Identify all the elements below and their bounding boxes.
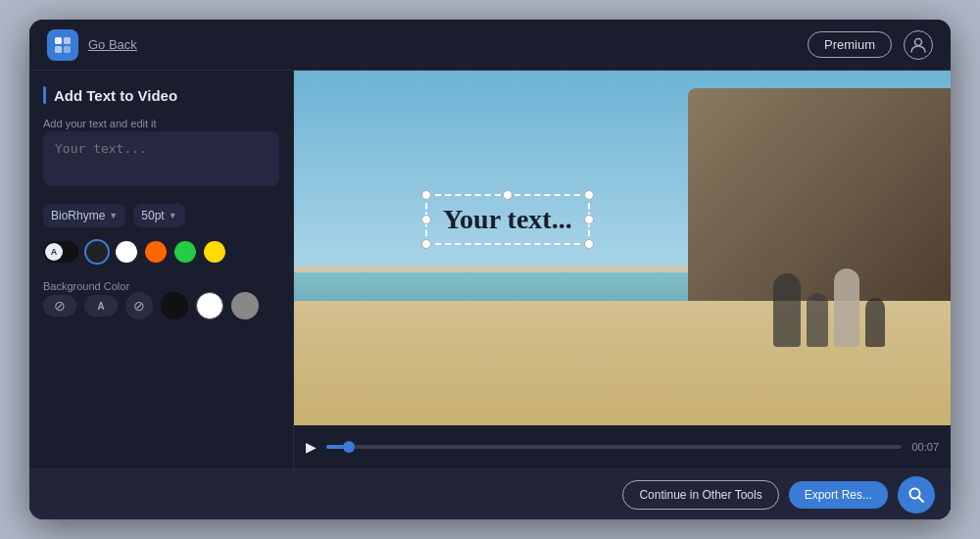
font-controls: BioRhyme ▼ 50pt ▼: [43, 204, 279, 227]
font-select[interactable]: BioRhyme ▼: [43, 204, 125, 227]
main-content: Add Text to Video Add your text and edit…: [29, 71, 951, 468]
sidebar-title: Add Text to Video: [43, 86, 279, 104]
text-input[interactable]: [43, 131, 279, 186]
video-area: Your text... ▶ 00:07: [294, 71, 951, 468]
handle-tl[interactable]: [421, 190, 431, 200]
bg-white-btn[interactable]: [196, 292, 223, 319]
color-green[interactable]: [174, 241, 196, 263]
app-logo: [47, 29, 78, 61]
bg-gray-btn[interactable]: [231, 292, 259, 319]
color-white[interactable]: [116, 241, 137, 263]
header-right: Premium: [808, 30, 933, 60]
text-overlay-box: Your text...: [425, 194, 590, 245]
time-label: 00:07: [911, 441, 939, 453]
timeline: ▶ 00:07: [294, 425, 951, 468]
play-button[interactable]: ▶: [306, 439, 317, 455]
font-size-label: 50pt: [141, 209, 164, 222]
go-back-link[interactable]: Go Back: [88, 37, 137, 52]
color-black[interactable]: [86, 241, 108, 263]
continue-button[interactable]: Continue in Other Tools: [622, 480, 778, 510]
bg-color-label: Background Color: [43, 280, 279, 292]
sidebar-title-text: Add Text to Video: [54, 87, 177, 104]
bg-text-btn[interactable]: A: [84, 295, 118, 317]
handle-tr[interactable]: [584, 190, 594, 200]
font-chevron-icon: ▼: [109, 211, 118, 220]
footer: Continue in Other Tools Export Res...: [29, 468, 951, 519]
progress-thumb[interactable]: [343, 441, 355, 453]
premium-button[interactable]: Premium: [808, 31, 892, 58]
beach-scene: [294, 71, 951, 425]
text-color-row: A: [43, 241, 279, 263]
size-chevron-icon: ▼: [169, 211, 177, 220]
bg-color-row: ⊘ A ⊘: [43, 292, 279, 319]
progress-bar[interactable]: [326, 445, 902, 449]
title-bar: [43, 86, 46, 104]
svg-rect-3: [64, 46, 71, 53]
font-name-label: BioRhyme: [51, 209, 105, 222]
export-button[interactable]: Export Res...: [789, 481, 888, 509]
color-toggle[interactable]: A: [43, 241, 78, 263]
sidebar: Add Text to Video Add your text and edit…: [29, 71, 294, 468]
header: Go Back Premium: [29, 20, 951, 71]
svg-rect-1: [64, 37, 71, 44]
color-orange[interactable]: [145, 241, 167, 263]
search-fab[interactable]: [898, 476, 935, 514]
svg-rect-0: [55, 37, 62, 44]
svg-point-4: [915, 38, 922, 45]
handle-bl[interactable]: [421, 239, 431, 249]
svg-line-6: [918, 497, 923, 502]
handle-br[interactable]: [584, 239, 594, 249]
color-toggle-thumb: A: [45, 243, 63, 261]
svg-rect-2: [55, 46, 62, 53]
bg-slash-btn[interactable]: ⊘: [125, 292, 153, 319]
video-canvas: Your text...: [294, 71, 951, 425]
handle-tc[interactable]: [503, 190, 513, 200]
bg-none-btn[interactable]: ⊘: [43, 295, 76, 317]
text-input-label: Add your text and edit it: [43, 118, 279, 129]
text-overlay-text: Your text...: [443, 204, 572, 235]
app-window: Go Back Premium Add Text to Video Add yo…: [29, 20, 951, 519]
user-icon[interactable]: [904, 30, 933, 60]
font-size-select[interactable]: 50pt ▼: [133, 204, 184, 227]
bg-dark-btn[interactable]: [161, 292, 188, 319]
header-left: Go Back: [47, 29, 137, 61]
color-yellow[interactable]: [204, 241, 225, 263]
handle-ml[interactable]: [421, 215, 431, 224]
text-overlay-container[interactable]: Your text...: [425, 194, 590, 245]
handle-mr[interactable]: [584, 215, 594, 224]
bg-color-section: Background Color ⊘ A ⊘: [43, 276, 279, 319]
text-input-section: Add your text and edit it: [43, 118, 279, 190]
